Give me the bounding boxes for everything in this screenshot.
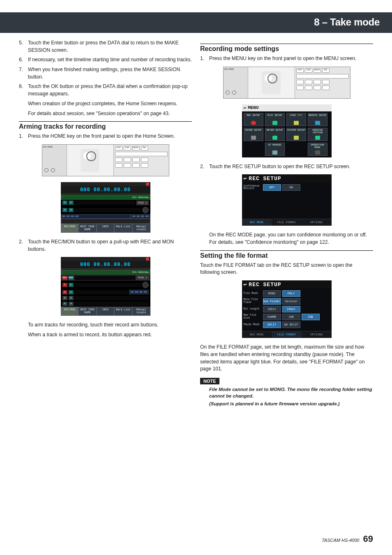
menu-title: MENU	[248, 105, 258, 110]
section-file-format: Setting the file format	[200, 250, 373, 259]
menu-cf-manage[interactable]: CF MANAGE	[265, 143, 285, 156]
disc-icon	[315, 136, 320, 140]
rec-setup-fileformat-figure: ↩REC SETUP File ModeMONOPOLY Mono File P…	[242, 280, 332, 338]
manual-locate-button[interactable]: Manual Locate	[132, 307, 150, 316]
knob-icon	[44, 168, 48, 172]
mini-button	[141, 157, 148, 162]
rec-arm-button[interactable]: 1	[62, 283, 67, 287]
mon-button[interactable]: 3	[69, 296, 74, 300]
menu-play-setup[interactable]: PLAY SETUP	[265, 113, 285, 126]
rec-arm-button[interactable]: 2	[62, 290, 67, 294]
menu-sync-tc[interactable]: SYNC T/C	[286, 113, 306, 126]
back-arrow-icon: ↩	[244, 175, 247, 182]
step-text: Press the MENU key on the front panel to…	[209, 55, 373, 62]
rec-setup-recmode-figure: ↩REC SETUP Confidence Monitor OFF ON REC…	[242, 174, 332, 226]
mon-button[interactable]: 1	[69, 283, 74, 287]
screen-title: REC SETUP	[249, 282, 281, 288]
option-1gb[interactable]: 1GB	[282, 314, 300, 320]
menu-version[interactable]: VERSION /OPTION	[308, 128, 327, 141]
mini-button	[314, 86, 321, 90]
meter-area	[75, 283, 141, 287]
time-end: 00:00:00:00	[131, 214, 150, 219]
mini-button	[124, 157, 131, 162]
rec-header: REC	[62, 276, 67, 280]
next-take-name-button[interactable]: NEXT TAKE NAME	[78, 224, 97, 233]
rec-arm-button[interactable]: 3	[62, 296, 67, 300]
meter-area	[75, 201, 135, 205]
setting-label: Bit Length	[244, 308, 262, 311]
transport-rec-icon: REC	[322, 68, 330, 73]
option-mono[interactable]: MONO	[263, 290, 281, 297]
play-icon	[272, 121, 277, 125]
info-button[interactable]: INFO	[97, 307, 115, 316]
tab-file-format[interactable]: FILE FORMAT	[272, 331, 302, 338]
tab-rec-mode[interactable]: REC MODE	[242, 331, 272, 338]
info-button[interactable]: INFO	[97, 224, 115, 233]
mon-button[interactable]: 2	[69, 290, 74, 294]
menu-mixer-setup[interactable]: MIXER SETUP	[244, 128, 263, 141]
option-off[interactable]: OFF	[263, 184, 281, 191]
recmon-screen-figure: 000 00.00.00.00 CF1 002h20m REC MON PAGE…	[61, 257, 150, 316]
note-label: NOTE	[200, 378, 219, 384]
tab-options[interactable]: OPTIONS	[302, 331, 332, 338]
tab-options[interactable]: OPTIONS	[302, 219, 332, 226]
sync-icon	[294, 121, 299, 125]
note-text: File Mode cannot be set to MONO. The mon…	[209, 386, 373, 399]
track-cell: 1	[62, 201, 67, 205]
option-2gb[interactable]: 2GB	[302, 314, 320, 320]
tab-file-format[interactable]: FILE FORMAT	[272, 219, 302, 226]
hand-press-icon	[81, 149, 99, 172]
step-num: 5.	[19, 39, 28, 54]
rec-indicator-icon	[146, 257, 149, 261]
step-num: 6.	[19, 56, 28, 64]
footer-brand: TASCAM HS-4000	[322, 538, 360, 543]
option-nosplit[interactable]: NO SPLIT	[282, 321, 300, 328]
note-text: (Support is planned in a future firmware…	[209, 400, 373, 407]
menu-system-setup[interactable]: SYSTEM SETUP	[286, 128, 306, 141]
meter-icon	[272, 136, 277, 140]
option-subfolder[interactable]: Sub Folder	[263, 298, 281, 305]
transport-rec-icon: REC	[141, 146, 148, 150]
menu-remote-setup[interactable]: REMOTE SETUP	[308, 113, 327, 126]
mon-header: MON	[69, 276, 74, 280]
mini-button	[296, 86, 304, 90]
cf-status: CF1 002h20m	[61, 195, 150, 200]
cf-status: CF1 002h20m	[61, 270, 150, 275]
option-640mb[interactable]: 640MB	[263, 314, 281, 320]
option-24bit[interactable]: 24bit	[282, 306, 300, 312]
track-cell: 2	[69, 201, 74, 205]
rec-indicator-icon	[146, 183, 149, 186]
page-content: 5.Touch the Enter button or press the DA…	[0, 39, 392, 408]
next-take-name-button[interactable]: NEXT TAKE NAME	[78, 307, 97, 316]
tab-rec-mode[interactable]: REC MODE	[242, 219, 272, 226]
right-column: Recording mode settings 1.Press the MENU…	[200, 39, 373, 408]
meter-area	[75, 276, 135, 280]
mark-list-button[interactable]: Mark List	[114, 224, 132, 233]
option-poly[interactable]: POLY	[282, 290, 300, 297]
option-16bit[interactable]: 16bit	[263, 306, 281, 312]
setting-label: Max File Size	[244, 314, 262, 320]
option-on[interactable]: ON	[282, 184, 300, 191]
rec-arm-button[interactable]: 4	[62, 302, 67, 306]
option-split[interactable]: SPLIT	[263, 321, 281, 328]
meter-area	[75, 290, 128, 294]
back-arrow-icon: ↩	[244, 281, 247, 288]
setting-label: Pause Mode	[244, 324, 262, 326]
step-num: 2.	[19, 238, 28, 253]
menu-meter-setup[interactable]: METER SETUP	[265, 128, 285, 141]
mark-list-button[interactable]: Mark List	[114, 307, 132, 316]
setting-label: Confidence Monitor	[244, 185, 262, 191]
menu-operation-mode[interactable]: OPERATION MODE	[308, 143, 327, 156]
paragraph: Touch the FILE FORMAT tab on the REC SET…	[200, 262, 373, 276]
manual-locate-button[interactable]: Manual Locate	[132, 224, 150, 233]
step-note: For details about session, see "Session …	[28, 110, 192, 118]
step-text: Touch the Enter button or press the DATA…	[28, 39, 192, 54]
recmon-button[interactable]: REC/MON	[61, 307, 79, 316]
step-text: If necessary, set the timeline starting …	[28, 56, 192, 64]
mini-button	[322, 86, 330, 90]
mon-button[interactable]: 4	[69, 302, 74, 306]
option-sessionroot[interactable]: Session Root	[282, 298, 300, 305]
track-cell: 3	[62, 208, 67, 212]
recmon-button[interactable]: REC/MON	[61, 224, 79, 233]
menu-rec-setup[interactable]: REC SETUP	[244, 113, 263, 126]
